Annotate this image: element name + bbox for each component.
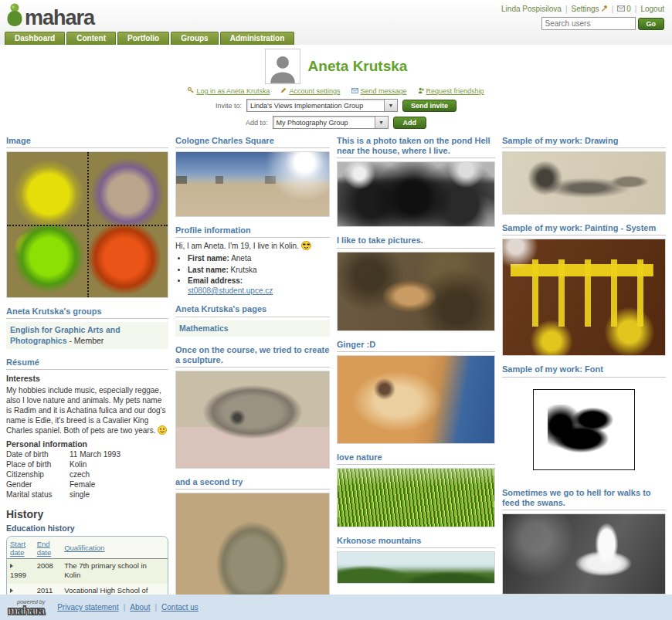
personal-row: Place of birthKolin: [6, 460, 168, 469]
block-title: Aneta Krutska's pages: [175, 304, 330, 317]
column-header: End date: [34, 537, 61, 559]
pond-photo: [337, 161, 495, 227]
pond-block: This is a photo taken on the pond Hell n…: [337, 136, 495, 227]
sculpture-block: Once on the course, we tried to create a…: [175, 345, 330, 469]
block-title: Sometimes we go to hell for walks to fee…: [502, 488, 666, 510]
drawing-block: Sample of my work: Drawing: [502, 136, 666, 215]
block-title: Sample of my work: Painting - System: [502, 223, 666, 235]
cologne-square-photo: [175, 151, 330, 217]
login-as-link[interactable]: Log in as Aneta Krutska: [188, 87, 270, 95]
account-settings-link[interactable]: Account settings: [280, 87, 340, 95]
page-link[interactable]: Mathematics: [179, 324, 229, 333]
divider: |: [635, 5, 637, 13]
font-block: Sample of my work: Font: [502, 364, 666, 479]
tab-dashboard[interactable]: Dashboard: [5, 32, 65, 45]
profile-header: Aneta Krutska Log in as Aneta Krutska Ac…: [0, 45, 672, 129]
font-sample-image: [502, 381, 666, 479]
person-plus-icon: [418, 87, 424, 95]
personal-row: Marital statussingle: [6, 490, 168, 499]
chevron-down-icon: ▼: [384, 100, 397, 111]
contact-us-link[interactable]: Contact us: [161, 603, 199, 612]
main-navigation: Dashboard Content Portfolio Groups Admin…: [5, 32, 294, 45]
mountains-photo: [337, 551, 495, 584]
footer-mahara-logo[interactable]: powered by mahara: [8, 599, 45, 616]
pop-art-portrait-image: [6, 151, 168, 298]
user-name-link[interactable]: Linda Pospisilova: [501, 5, 562, 13]
inbox-link[interactable]: 0: [617, 5, 631, 13]
history-heading: History: [6, 508, 168, 520]
invite-group-select[interactable]: Linda's Views Implementation Group ▼: [246, 99, 398, 112]
add-button[interactable]: Add: [393, 117, 427, 129]
education-history-label: Education history: [6, 523, 168, 533]
email-link[interactable]: st0808@student.upce.cz: [188, 286, 273, 295]
tab-groups[interactable]: Groups: [171, 32, 219, 45]
about-link[interactable]: About: [130, 603, 150, 612]
interests-text: My hobbies include music, especially reg…: [6, 385, 168, 435]
column-header: Qualification: [61, 537, 168, 559]
list-item: First name: Aneta: [188, 254, 330, 264]
logout-link[interactable]: Logout: [640, 5, 664, 13]
privacy-statement-link[interactable]: Privacy statement: [57, 603, 118, 612]
painting-image: [502, 239, 666, 356]
group-role: - Member: [69, 336, 104, 345]
block-title: love nature: [337, 452, 495, 465]
mahara-profile-page: mahara Linda Pospisilova | Settings | 0: [0, 0, 672, 620]
list-item: Email address: st0808@student.upce.cz: [188, 276, 330, 296]
page-title: Aneta Krutska: [308, 58, 408, 75]
column-header: Start date: [7, 537, 34, 559]
message-envelope-icon: [351, 87, 358, 95]
divider: |: [154, 603, 157, 612]
grass-photo: [337, 468, 495, 527]
resume-block: Résumé Interests My hobbies include musi…: [6, 357, 168, 620]
block-title: I like to take pictures.: [337, 235, 495, 248]
add-group-select[interactable]: My Photography Group ▼: [273, 116, 389, 129]
groups-block: Aneta Krutska's groups English for Graph…: [6, 307, 168, 348]
inbox-count: 0: [626, 5, 631, 13]
pages-block: Aneta Krutska's pages Mathematics: [175, 304, 330, 336]
wrench-icon: [601, 5, 608, 13]
logo-text: mahara: [25, 8, 94, 29]
block-title: Sample of my work: Drawing: [502, 136, 666, 148]
personal-row: Date of birth11 March 1993: [6, 450, 168, 459]
block-title: Ginger :D: [337, 340, 495, 352]
tab-portfolio[interactable]: Portfolio: [117, 32, 169, 45]
page-footer: powered by mahara Privacy statement | Ab…: [0, 595, 672, 620]
request-friendship-link[interactable]: Request friendship: [418, 87, 484, 95]
expand-arrow-icon[interactable]: [10, 588, 13, 593]
pictures-block: I like to take pictures.: [337, 235, 495, 330]
expand-arrow-icon[interactable]: [10, 564, 13, 568]
divider: |: [612, 5, 614, 13]
profile-fields-list: First name: Aneta Last name: Krutska Ema…: [188, 254, 330, 296]
mahara-logo-icon: [6, 2, 23, 29]
block-title: and a second try: [175, 477, 330, 490]
block-title: Cologne Charles Square: [175, 136, 330, 148]
divider: |: [124, 603, 126, 612]
nature-block: love nature: [337, 452, 495, 527]
tab-content[interactable]: Content: [66, 32, 116, 45]
search-go-button[interactable]: Go: [638, 18, 665, 30]
nude-drawing-image: [502, 151, 666, 215]
settings-link[interactable]: Settings: [571, 5, 607, 13]
greeting-text: Hi, I am Aneta. I'm 19, I live in Kolin.: [175, 241, 330, 251]
mountains-block: Krkonose mountains: [337, 536, 495, 584]
block-title: Krkonose mountains: [337, 536, 495, 548]
profile-content: Image Aneta Krutska's groups English for…: [0, 129, 672, 620]
invite-row: Invite to: Linda's Views Implementation …: [0, 99, 672, 112]
chevron-down-icon: ▼: [375, 117, 388, 128]
search-input[interactable]: [541, 17, 636, 30]
add-row: Add to: My Photography Group ▼ Add: [0, 116, 672, 129]
page-list-item: Mathematics: [175, 320, 330, 337]
crab-photo: [337, 252, 495, 331]
block-title: Once on the course, we tried to create a…: [175, 345, 330, 368]
block-title: This is a photo taken on the pond Hell n…: [337, 136, 495, 158]
send-message-link[interactable]: Send message: [351, 87, 407, 95]
send-invite-button[interactable]: Send invite: [402, 100, 456, 112]
personal-row: GenderFemale: [6, 480, 168, 489]
swan-photo: [502, 513, 666, 595]
mahara-logo[interactable]: mahara: [6, 2, 94, 29]
tab-administration[interactable]: Administration: [220, 32, 295, 45]
block-title: Profile information: [175, 225, 330, 238]
smiley-icon: [158, 425, 167, 435]
ginger-block: Ginger :D: [337, 340, 495, 444]
divider: |: [565, 5, 568, 13]
